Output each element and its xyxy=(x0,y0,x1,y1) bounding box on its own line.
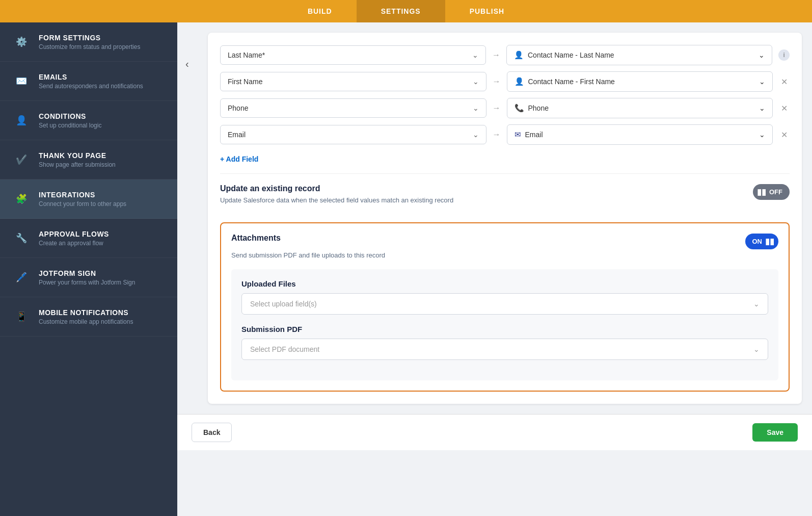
field-right-email-label: Email xyxy=(525,131,755,139)
uploaded-files-title: Uploaded Files xyxy=(241,279,768,288)
sidebar-form-settings-title: FORM SETTINGS xyxy=(39,34,165,42)
toggle-off-label: OFF xyxy=(769,188,782,196)
attachments-header: Attachments ON ▮▮ xyxy=(231,234,778,249)
toggle-on-label: ON xyxy=(752,238,763,245)
field-select-phone[interactable]: Phone ⌄ xyxy=(220,98,486,118)
field-select-right-lastname[interactable]: 👤 Contact Name - Last Name ⌄ xyxy=(506,45,772,65)
check-icon: ✔️ xyxy=(12,150,31,169)
sidebar-emails-title: EMAILS xyxy=(39,73,165,81)
add-field-button[interactable]: + Add Field xyxy=(220,155,258,163)
field-email-label: Email xyxy=(228,131,246,139)
sidebar-item-conditions[interactable]: 👤 CONDITIONS Set up conditional logic xyxy=(0,101,177,140)
submission-pdf-placeholder: Select PDF document xyxy=(250,345,319,353)
conditions-icon: 👤 xyxy=(12,111,31,130)
field-row-phone: Phone ⌄ → 📞 Phone ⌄ ✕ xyxy=(220,98,790,118)
uploaded-files-placeholder: Select upload field(s) xyxy=(250,300,317,308)
sidebar-conditions-sub: Set up conditional logic xyxy=(39,122,165,129)
toggle-on-icon: ▮▮ xyxy=(765,237,774,246)
puzzle-icon: 🧩 xyxy=(12,190,31,208)
collapse-arrow[interactable]: ‹ xyxy=(185,58,189,70)
remove-button-firstname[interactable]: ✕ xyxy=(779,75,790,89)
sign-icon: 🖊️ xyxy=(12,268,31,287)
phone-icon: 📞 xyxy=(515,104,524,113)
update-record-section: Update an existing record Update Salesfo… xyxy=(220,173,790,214)
field-right-phone-label: Phone xyxy=(528,104,755,112)
chevron-down-icon: ⌄ xyxy=(759,131,765,139)
email-icon: ✉️ xyxy=(12,72,31,90)
sidebar-form-settings-sub: Customize form status and properties xyxy=(39,43,165,50)
sidebar-item-mobile-notifications[interactable]: 📱 MOBILE NOTIFICATIONS Customize mobile … xyxy=(0,297,177,337)
approval-icon: 🔧 xyxy=(12,229,31,247)
sidebar: ⚙️ FORM SETTINGS Customize form status a… xyxy=(0,22,177,516)
email-icon: ✉ xyxy=(515,130,521,139)
tab-publish[interactable]: PUBLISH xyxy=(445,0,529,22)
sidebar-approval-sub: Create an approval flow xyxy=(39,240,165,247)
save-button[interactable]: Save xyxy=(752,423,798,442)
uploaded-files-select[interactable]: Select upload field(s) ⌄ xyxy=(241,293,768,315)
arrow-separator: → xyxy=(492,50,500,60)
update-record-toggle[interactable]: ▮▮ OFF xyxy=(753,184,790,200)
attachments-inner: Uploaded Files Select upload field(s) ⌄ … xyxy=(231,269,778,380)
field-right-lastname-label: Contact Name - Last Name xyxy=(528,51,754,59)
attachments-toggle[interactable]: ON ▮▮ xyxy=(745,234,779,249)
field-select-email[interactable]: Email ⌄ xyxy=(220,125,486,144)
tab-build[interactable]: BUILD xyxy=(283,0,357,22)
back-button[interactable]: Back xyxy=(192,423,232,442)
attachments-section: Attachments ON ▮▮ Send submission PDF an… xyxy=(220,222,790,392)
field-select-lastname[interactable]: Last Name* ⌄ xyxy=(220,45,486,65)
sidebar-jotformsign-sub: Power your forms with Jotform Sign xyxy=(39,279,165,286)
content-area: ‹ Last Name* ⌄ → 👤 Contact Name - Last N… xyxy=(177,22,812,516)
arrow-separator: → xyxy=(493,104,501,113)
gear-icon: ⚙️ xyxy=(12,33,31,51)
toggle-off-icon: ▮▮ xyxy=(757,187,766,197)
arrow-separator: → xyxy=(493,130,501,139)
sidebar-emails-sub: Send autoresponders and notifications xyxy=(39,83,165,90)
sidebar-item-emails[interactable]: ✉️ EMAILS Send autoresponders and notifi… xyxy=(0,62,177,101)
sidebar-item-form-settings[interactable]: ⚙️ FORM SETTINGS Customize form status a… xyxy=(0,22,177,62)
submission-pdf-select[interactable]: Select PDF document ⌄ xyxy=(241,339,768,360)
main-layout: ⚙️ FORM SETTINGS Customize form status a… xyxy=(0,22,812,516)
field-row-firstname: First Name ⌄ → 👤 Contact Name - First Na… xyxy=(220,71,790,92)
attachments-description: Send submission PDF and file uploads to … xyxy=(231,251,778,259)
field-row-lastname: Last Name* ⌄ → 👤 Contact Name - Last Nam… xyxy=(220,45,790,65)
sidebar-integrations-sub: Connect your form to other apps xyxy=(39,200,165,208)
sidebar-jotformsign-title: JOTFORM SIGN xyxy=(39,269,165,277)
field-select-right-firstname[interactable]: 👤 Contact Name - First Name ⌄ xyxy=(507,71,773,92)
chevron-down-icon: ⌄ xyxy=(753,345,760,353)
chevron-down-icon: ⌄ xyxy=(753,300,760,308)
chevron-down-icon: ⌄ xyxy=(759,51,765,59)
tab-settings[interactable]: SETTINGS xyxy=(357,0,445,22)
arrow-separator: → xyxy=(493,77,501,86)
sidebar-integrations-title: INTEGRATIONS xyxy=(39,191,165,199)
chevron-down-icon: ⌄ xyxy=(472,51,478,59)
sidebar-mobile-sub: Customize mobile app notifications xyxy=(39,318,165,325)
sidebar-approval-title: APPROVAL FLOWS xyxy=(39,230,165,238)
sidebar-item-integrations[interactable]: 🧩 INTEGRATIONS Connect your form to othe… xyxy=(0,179,177,219)
field-row-email: Email ⌄ → ✉ Email ⌄ ✕ xyxy=(220,124,790,145)
sidebar-item-thank-you[interactable]: ✔️ THANK YOU PAGE Show page after submis… xyxy=(0,140,177,179)
sidebar-thankyou-title: THANK YOU PAGE xyxy=(39,151,165,160)
sidebar-conditions-title: CONDITIONS xyxy=(39,112,165,120)
bottom-bar: Back Save xyxy=(177,414,812,450)
info-button-lastname[interactable]: i xyxy=(778,49,790,61)
person-icon: 👤 xyxy=(515,77,524,86)
remove-button-email[interactable]: ✕ xyxy=(779,128,790,142)
field-lastname-label: Last Name* xyxy=(228,51,265,59)
field-phone-label: Phone xyxy=(228,104,248,112)
main-card: Last Name* ⌄ → 👤 Contact Name - Last Nam… xyxy=(208,33,802,404)
field-select-right-email[interactable]: ✉ Email ⌄ xyxy=(507,124,773,145)
mobile-icon: 📱 xyxy=(12,307,31,326)
field-select-right-phone[interactable]: 📞 Phone ⌄ xyxy=(507,98,773,118)
chevron-down-icon: ⌄ xyxy=(473,78,479,86)
field-select-firstname[interactable]: First Name ⌄ xyxy=(220,72,486,91)
sidebar-item-approval-flows[interactable]: 🔧 APPROVAL FLOWS Create an approval flow xyxy=(0,219,177,258)
field-firstname-label: First Name xyxy=(228,78,262,86)
chevron-down-icon: ⌄ xyxy=(473,104,479,112)
person-icon: 👤 xyxy=(514,50,524,60)
chevron-down-icon: ⌄ xyxy=(473,131,479,139)
submission-pdf-title: Submission PDF xyxy=(241,325,768,333)
remove-button-phone[interactable]: ✕ xyxy=(779,101,790,115)
update-record-title: Update an existing record xyxy=(220,184,453,193)
field-right-firstname-label: Contact Name - First Name xyxy=(528,78,755,86)
sidebar-item-jotform-sign[interactable]: 🖊️ JOTFORM SIGN Power your forms with Jo… xyxy=(0,258,177,297)
